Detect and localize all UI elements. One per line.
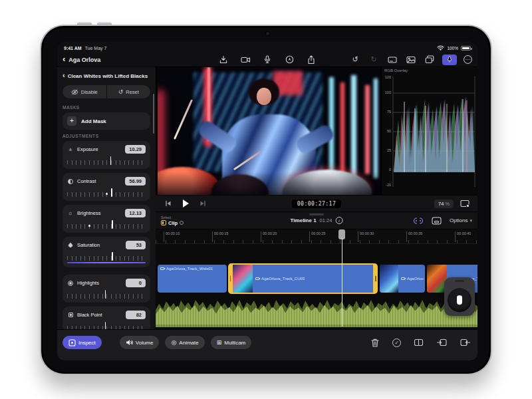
multicam-label: Multicam [224,340,245,346]
microphone-button[interactable] [261,55,273,65]
viewer-options-icon[interactable] [459,198,471,209]
slider-label: Saturation [77,242,100,248]
viewer-video[interactable] [158,67,380,195]
media-browser-button[interactable] [405,55,417,65]
ruler-label: 00:00:15 [214,231,228,235]
status-bar: 9:41 AM Tue May 7 100% [57,42,477,53]
scrollbar[interactable] [153,94,154,134]
timeline-tracks: AgaOrlova_Track_Wide01 AgaOrlova_Track_C… [156,244,477,329]
grid-icon: ⊞ [217,340,222,346]
inspect-button[interactable]: Inspect [63,336,102,349]
info-icon[interactable]: i [335,217,342,224]
redo-button[interactable]: ↻ [368,55,380,65]
date: Tue May 7 [85,46,107,51]
overwrite-edit-button[interactable] [459,337,471,348]
timecode-display: 00:00:27:17 [292,200,341,208]
slider-label: Exposure [77,146,98,152]
main-area: RGB Overlay 120 100 75 50 25 0 -20 [156,67,477,329]
saturation-slider[interactable] [67,253,146,261]
capture-button[interactable] [283,55,295,65]
exposure-slider[interactable] [67,158,146,165]
connect-edit-button[interactable] [412,337,424,348]
back-chevron-icon: ‹ [63,55,65,63]
add-mask-button[interactable]: + Add Mask [63,112,150,130]
clip-thumbnail [380,265,398,293]
timeline-clip-1[interactable]: AgaOrlova_Track_Wide01 [158,265,227,293]
drummer-face [257,88,271,105]
ruler-label: 00:00:40 [457,231,471,235]
trash-icon [371,338,379,347]
reset-icon: ↺ [118,88,124,95]
step-forward-button[interactable] [197,198,209,209]
insert-edit-button[interactable] [436,337,448,348]
inspector-back-icon[interactable]: ‹ [63,72,65,79]
done-button[interactable]: ✓ [392,338,401,347]
magnetic-timeline-icon[interactable] [412,215,424,226]
saturation-value[interactable]: 53 [126,241,146,249]
contrast-slider[interactable] [67,190,146,197]
undo-button[interactable]: ↺ [349,55,361,65]
volume-label: Volume [136,340,154,346]
masks-section-label: MASKS [63,105,150,110]
step-backward-button[interactable] [162,198,174,209]
brightness-value[interactable]: 12.13 [125,209,146,217]
share-button[interactable] [305,55,317,65]
clip-label: Clip [168,220,178,226]
brightness-slider[interactable] [67,221,146,229]
camera-button[interactable] [239,55,251,65]
camera-icon [160,267,164,271]
options-button[interactable]: Options ▾ [450,217,472,223]
reset-button[interactable]: ↺ Reset [107,85,151,98]
timeline-duration: 01:24 [320,217,332,223]
black-point-value[interactable]: 82 [126,311,146,319]
trim-handle-left[interactable] [230,276,231,282]
highlights-value[interactable]: 0 [126,279,146,287]
drumstick [174,99,193,140]
connect-icon [414,338,424,346]
timeline-clip-3[interactable]: AgaOrlov… [380,265,425,293]
battery-icon [461,46,471,51]
play-button[interactable] [180,198,192,209]
selection-frame [228,263,378,294]
contrast-value[interactable]: 56.99 [125,177,146,186]
adjustments-section-label: ADJUSTMENTS [63,134,150,138]
jog-wheel-control[interactable] [444,277,475,316]
exposure-value[interactable]: 10.29 [125,145,146,154]
multicam-button[interactable]: ⊞ Multicam [211,336,252,349]
trim-handle-right[interactable] [375,276,376,282]
ipad-device: 9:41 AM Tue May 7 100% ‹ Aga Orlova [40,25,492,375]
highlights-slider[interactable] [67,291,146,299]
voiceover-button-active[interactable] [442,55,457,65]
timeline-ruler[interactable]: 00:00:10 00:00:15 00:00:20 00:00:25 00:0… [156,229,477,244]
timeline-drag-handle[interactable] [309,213,324,215]
more-button[interactable]: ⋯ [464,55,472,64]
exposure-icon: ± [67,146,74,152]
delete-button[interactable] [369,337,381,348]
viewer-zoom-control[interactable]: 74% [434,200,454,208]
clip-select-control[interactable]: Select Clip [161,215,184,226]
timeline-clip-2-selected[interactable]: AgaOrlova_Track_CU03 [228,263,378,294]
disable-button[interactable]: Disable [63,85,106,98]
animate-button[interactable]: ◎ Animate [165,336,204,349]
display-output-button[interactable] [386,55,398,65]
back-button[interactable]: ‹ Aga Orlova [63,55,100,64]
saturation-icon [67,243,74,247]
inspect-icon [68,339,76,346]
scope-waveform [382,67,477,195]
animate-label: Animate [179,340,198,346]
volume-tool-button[interactable]: Volume [120,336,160,349]
import-button[interactable] [217,55,229,65]
multicam-stack-button[interactable] [424,55,436,65]
overlay-view-icon[interactable] [431,215,443,226]
screen: 9:41 AM Tue May 7 100% ‹ Aga Orlova [57,42,477,360]
ruler-label: 00:00:25 [311,231,325,235]
clip-name: AgaOrlov… [407,277,425,281]
audio-waveform-track[interactable] [156,299,477,327]
battery-percent: 100% [447,46,458,51]
jog-handle [455,280,464,282]
front-camera [266,32,269,35]
contrast-icon [67,179,74,184]
saturation-slider-card: Saturation 53 [63,237,150,267]
chevron-down-icon: ▾ [469,218,472,223]
disable-label: Disable [81,89,98,95]
